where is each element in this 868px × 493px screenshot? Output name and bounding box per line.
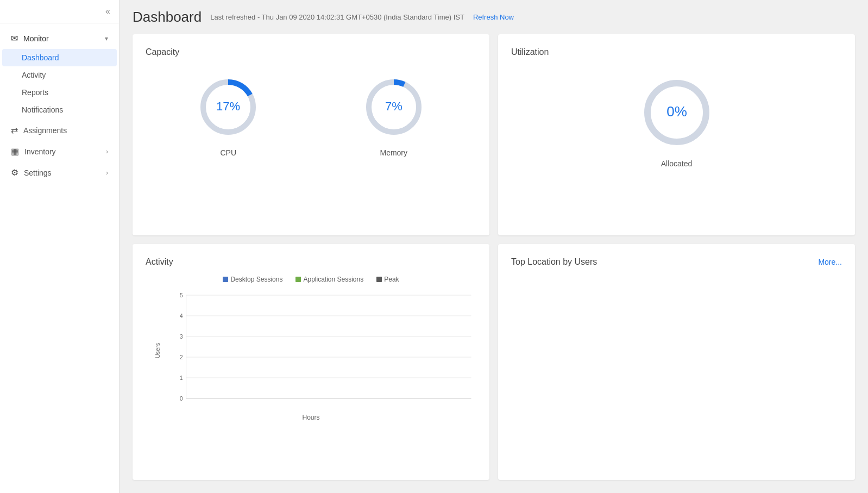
legend-peak-label: Peak xyxy=(384,276,399,283)
legend-desktop-label: Desktop Sessions xyxy=(230,276,282,283)
sidebar-item-activity[interactable]: Activity xyxy=(2,66,117,84)
svg-text:2: 2 xyxy=(180,354,183,360)
sidebar-item-reports-label: Reports xyxy=(22,88,48,97)
sidebar-item-reports[interactable]: Reports xyxy=(2,84,117,101)
sidebar-item-notifications[interactable]: Notifications xyxy=(2,101,117,118)
sidebar-item-dashboard[interactable]: Dashboard xyxy=(2,49,117,66)
cpu-percent-text: 17% xyxy=(216,99,240,113)
top-location-title: Top Location by Users xyxy=(511,257,597,267)
capacity-card-title: Capacity xyxy=(146,47,476,57)
legend-desktop-sessions: Desktop Sessions xyxy=(223,276,282,283)
memory-donut-wrapper: 7% Memory xyxy=(361,74,426,157)
svg-text:0: 0 xyxy=(180,396,183,402)
collapse-icon[interactable]: « xyxy=(105,7,110,16)
sidebar-nav: ✉ Monitor ▾ Dashboard Activity Reports N… xyxy=(0,23,119,493)
legend-peak-dot xyxy=(376,277,382,282)
activity-card: Activity Desktop Sessions Application Se… xyxy=(133,244,489,480)
sidebar: « ✉ Monitor ▾ Dashboard Activity Reports… xyxy=(0,0,119,493)
legend-app-sessions: Application Sessions xyxy=(295,276,363,283)
page-title: Dashboard xyxy=(133,9,202,26)
utilization-card-title: Utilization xyxy=(511,47,842,57)
utilization-card: Utilization 0% Allocated xyxy=(498,34,855,235)
sidebar-item-notifications-label: Notifications xyxy=(22,105,63,114)
utilization-content: 0% Allocated xyxy=(511,66,842,177)
main-content: Dashboard Last refreshed - Thu Jan 09 20… xyxy=(119,0,868,493)
last-refreshed-text: Last refreshed - Thu Jan 09 2020 14:02:3… xyxy=(210,13,464,21)
legend-peak: Peak xyxy=(376,276,399,283)
legend-app-dot xyxy=(295,277,301,282)
legend-app-label: Application Sessions xyxy=(303,276,363,283)
sidebar-item-dashboard-label: Dashboard xyxy=(22,53,59,62)
legend-desktop-dot xyxy=(223,277,228,282)
sidebar-item-inventory-label: Inventory xyxy=(24,147,56,156)
cpu-donut-chart: 17% xyxy=(196,74,261,140)
memory-donut-chart: 7% xyxy=(361,74,426,140)
sidebar-item-settings[interactable]: ⚙ Settings › xyxy=(2,162,117,183)
sidebar-header: « xyxy=(0,0,119,23)
chart-wrapper: Users 0 1 2 xyxy=(167,290,476,411)
activity-card-title: Activity xyxy=(146,257,476,267)
capacity-card: Capacity 17% CPU 7% xyxy=(133,34,489,235)
memory-percent-text: 7% xyxy=(385,99,402,113)
allocated-label: Allocated xyxy=(661,159,693,168)
top-location-card: Top Location by Users More... xyxy=(498,244,855,480)
monitor-icon: ✉ xyxy=(11,33,18,43)
svg-text:5: 5 xyxy=(180,292,183,298)
sidebar-item-settings-label: Settings xyxy=(24,169,52,177)
sidebar-item-assignments[interactable]: ⇄ Assignments xyxy=(2,120,117,141)
cpu-donut-wrapper: 17% CPU xyxy=(196,74,261,157)
cpu-label: CPU xyxy=(220,148,236,157)
chevron-down-icon: ▾ xyxy=(105,35,108,42)
chart-legend: Desktop Sessions Application Sessions Pe… xyxy=(146,276,476,283)
refresh-now-link[interactable]: Refresh Now xyxy=(473,13,514,21)
chevron-right-icon: › xyxy=(106,148,108,155)
memory-label: Memory xyxy=(380,148,407,157)
nav-group-monitor: ✉ Monitor ▾ Dashboard Activity Reports N… xyxy=(0,28,119,118)
svg-text:1: 1 xyxy=(180,375,183,381)
allocated-donut-wrapper: 0% Allocated xyxy=(639,74,715,168)
activity-chart-svg: 0 1 2 3 4 5 xyxy=(167,290,476,409)
sidebar-item-activity-label: Activity xyxy=(22,71,46,79)
allocated-donut-chart: 0% xyxy=(639,74,715,151)
allocated-percent-text: 0% xyxy=(666,103,687,120)
x-axis-label: Hours xyxy=(146,414,476,421)
chevron-right-icon-settings: › xyxy=(106,169,108,177)
inventory-icon: ▦ xyxy=(11,146,19,157)
y-axis-label: Users xyxy=(154,343,161,359)
sidebar-item-assignments-label: Assignments xyxy=(23,126,67,135)
activity-chart-area: Desktop Sessions Application Sessions Pe… xyxy=(146,276,476,421)
dashboard-grid: Capacity 17% CPU 7% xyxy=(119,34,868,493)
more-link[interactable]: More... xyxy=(818,258,842,266)
svg-text:4: 4 xyxy=(180,313,183,319)
top-location-header: Top Location by Users More... xyxy=(511,257,842,267)
assignments-icon: ⇄ xyxy=(11,125,18,135)
svg-text:3: 3 xyxy=(180,334,183,340)
sidebar-item-monitor[interactable]: ✉ Monitor ▾ xyxy=(2,28,117,49)
sidebar-item-monitor-label: Monitor xyxy=(23,34,49,43)
settings-icon: ⚙ xyxy=(11,167,18,178)
page-header: Dashboard Last refreshed - Thu Jan 09 20… xyxy=(119,0,868,34)
capacity-content: 17% CPU 7% Memory xyxy=(146,66,476,166)
sidebar-item-inventory[interactable]: ▦ Inventory › xyxy=(2,141,117,162)
